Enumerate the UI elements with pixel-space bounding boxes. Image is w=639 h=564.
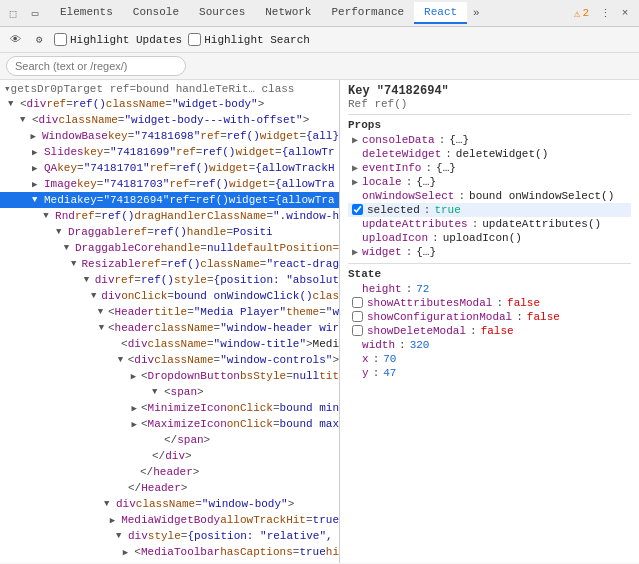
prop-expand[interactable]: ▶ (352, 176, 358, 188)
warning-icon: ⚠ (574, 7, 581, 20)
tree-row[interactable]: ▼ <header className="window-header wir (0, 320, 339, 336)
highlight-updates-input[interactable] (54, 33, 67, 46)
highlight-search-input[interactable] (188, 33, 201, 46)
highlight-search-label: Highlight Search (204, 34, 310, 46)
prop-selected-checkbox[interactable] (352, 204, 363, 215)
tree-row[interactable]: ▼ div className="window-body"> (0, 496, 339, 512)
component-tree: ▾getsDr0pTarget ref=bound handleTeRit… c… (0, 80, 340, 563)
expand-arrow[interactable]: ▶ (110, 515, 121, 526)
expand-arrow[interactable]: ▼ (98, 307, 108, 317)
tab-elements[interactable]: Elements (50, 2, 123, 24)
prop-expand[interactable]: ▶ (352, 134, 358, 146)
tab-performance[interactable]: Performance (321, 2, 414, 24)
tree-row[interactable]: ▶ <DropdownButton bsStyle=null tit (0, 368, 339, 384)
device-icon[interactable]: ▭ (26, 4, 44, 22)
component-ref: Ref ref() (348, 98, 631, 110)
tree-row[interactable]: ▼ Resizable ref=ref() className="react-d… (0, 256, 339, 272)
state-showdelete-checkbox[interactable] (352, 325, 363, 336)
tree-row[interactable]: ▼ <Header title="Media Player" theme="w (0, 304, 339, 320)
prop-row: ▶ consoleData : {…} (348, 133, 631, 147)
search-bar (0, 53, 639, 80)
tree-row[interactable]: </div> (0, 448, 339, 464)
settings-icon[interactable]: ⚙ (30, 31, 48, 49)
expand-arrow[interactable]: ▼ (71, 259, 82, 269)
tab-network[interactable]: Network (255, 2, 321, 24)
expand-arrow[interactable]: ▼ (64, 243, 75, 253)
tree-row[interactable]: ▼ DraggableCore handle=null defaultPosit… (0, 240, 339, 256)
state-row: ▶ x : 70 (348, 352, 631, 366)
truncated-text: ▾getsDr0pTarget ref=bound handleTeRit… c… (4, 82, 294, 95)
tree-row[interactable]: <div className="window-title">Medi (0, 336, 339, 352)
tree-row-media[interactable]: ▼ Media key="74182694" ref=ref() widget=… (0, 192, 339, 208)
tab-sources[interactable]: Sources (189, 2, 255, 24)
tree-row[interactable]: ▶ Image key="74181703" ref=ref() widget=… (0, 176, 339, 192)
tree-row[interactable]: ▶ <MaximizeIcon onClick=bound max (0, 416, 339, 432)
expand-arrow[interactable]: ▼ (91, 291, 101, 301)
highlight-updates-label: Highlight Updates (70, 34, 182, 46)
expand-arrow[interactable]: ▶ (123, 547, 135, 558)
expand-arrow[interactable]: ▶ (32, 147, 44, 158)
tree-row[interactable]: ▶ QA key="74181701" ref=ref() widget={al… (0, 160, 339, 176)
tree-row[interactable]: ▶ <MinimizeIcon onClick=bound min (0, 400, 339, 416)
tree-row[interactable]: ▼ <div className="window-controls"> (0, 352, 339, 368)
state-row: ▶ y : 47 (348, 366, 631, 380)
prop-row: ▶ eventInfo : {…} (348, 161, 631, 175)
warning-badge[interactable]: ⚠ 2 (574, 7, 589, 20)
tree-row[interactable]: ▶ Slides key="74181699" ref=ref() widget… (0, 144, 339, 160)
tree-row[interactable]: </span> (0, 432, 339, 448)
expand-arrow[interactable]: ▶ (31, 131, 42, 142)
expand-arrow[interactable]: ▼ (99, 323, 108, 333)
state-row: ▶ width : 320 (348, 338, 631, 352)
tree-row[interactable]: ▼ <span> (0, 384, 339, 400)
tree-row[interactable]: ▼ div ref=ref() style={position: "absolu… (0, 272, 339, 288)
tree-row[interactable]: ▶ WindowBase key="74181698" ref=ref() wi… (0, 128, 339, 144)
expand-arrow[interactable]: ▼ (104, 499, 116, 509)
expand-arrow[interactable]: ▼ (152, 387, 164, 397)
prop-expand[interactable]: ▶ (352, 162, 358, 174)
prop-row: ▶ updateAttributes : updateAttributes() (348, 217, 631, 231)
tree-row[interactable]: </header> (0, 464, 339, 480)
highlight-search-checkbox[interactable]: Highlight Search (188, 33, 310, 46)
expand-arrow[interactable]: ▶ (131, 403, 141, 414)
tree-row[interactable]: ▼ Draggable ref=ref() handle=Positi (0, 224, 339, 240)
tree-row[interactable]: </Header> (0, 480, 339, 496)
state-showconfiguration-checkbox[interactable] (352, 311, 363, 322)
expand-arrow[interactable]: ▶ (131, 371, 141, 382)
search-input[interactable] (6, 56, 186, 76)
tab-console[interactable]: Console (123, 2, 189, 24)
expand-arrow[interactable]: ▶ (131, 419, 141, 430)
tree-row[interactable]: ▼ div onClick=bound onWindowClick() clas (0, 288, 339, 304)
state-showattributes-checkbox[interactable] (352, 297, 363, 308)
tab-more-button[interactable]: » (467, 3, 486, 23)
expand-arrow[interactable]: ▶ (32, 163, 44, 174)
expand-arrow[interactable]: ▼ (43, 211, 55, 221)
highlight-updates-checkbox[interactable]: Highlight Updates (54, 33, 182, 46)
expand-arrow[interactable]: ▼ (32, 195, 44, 205)
tree-row[interactable]: ▼ <div className="widget-body---with-off… (0, 112, 339, 128)
more-options-button[interactable]: ⋮ (595, 3, 615, 23)
expand-arrow[interactable]: ▼ (84, 275, 95, 285)
tree-row[interactable]: ▶ MediaWidgetBody allowTrackHit=true (0, 512, 339, 528)
expand-arrow[interactable]: ▼ (118, 355, 128, 365)
tree-row[interactable]: <div className="mediaToolbar-m (0, 560, 339, 563)
tree-row[interactable]: ▶ <MediaToolbar hasCaptions=true hi (0, 544, 339, 560)
tree-row[interactable]: ▼ div style={position: "relative", (0, 528, 339, 544)
eye-icon[interactable]: 👁 (6, 31, 24, 49)
props-title: Props (348, 119, 631, 131)
tree-row[interactable]: ▼ <div ref=ref() className="widget-body"… (0, 96, 339, 112)
expand-arrow[interactable]: ▼ (20, 115, 32, 125)
expand-arrow[interactable]: ▼ (8, 99, 20, 109)
expand-arrow[interactable]: ▼ (116, 531, 128, 541)
state-title: State (348, 268, 631, 280)
tree-row[interactable]: ▼ Rnd ref=ref() dragHandlerClassName=".w… (0, 208, 339, 224)
props-divider (348, 114, 631, 115)
prop-expand[interactable]: ▶ (352, 246, 358, 258)
state-row: showDeleteModal : false (348, 324, 631, 338)
expand-arrow[interactable]: ▼ (56, 227, 68, 237)
close-devtools-button[interactable]: × (615, 3, 635, 23)
inspect-icon[interactable]: ⬚ (4, 4, 22, 22)
prop-row: ▶ locale : {…} (348, 175, 631, 189)
expand-arrow[interactable]: ▶ (32, 179, 44, 190)
prop-row: ▶ deleteWidget : deleteWidget() (348, 147, 631, 161)
tab-react[interactable]: React (414, 2, 467, 24)
